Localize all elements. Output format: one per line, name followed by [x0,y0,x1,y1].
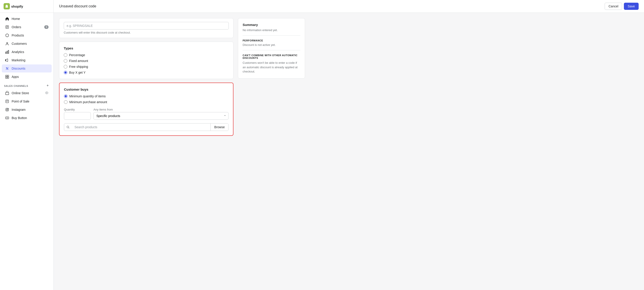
min-quantity-option[interactable]: Minimum quantity of items [64,94,228,98]
svg-rect-11 [6,92,9,95]
content-area: Customers will enter this discount code … [54,13,644,290]
pos-icon [5,99,10,104]
sidebar-label-apps: Apps [12,75,19,79]
sidebar-label-analytics: Analytics [12,50,24,54]
search-icon [64,124,72,130]
quantity-label: Quantity [64,108,91,111]
cancel-button[interactable]: Cancel [605,3,622,10]
customer-buys-title: Customer buys [64,88,228,91]
min-quantity-label: Minimum quantity of items [69,94,106,98]
any-items-select-wrapper: Specific products Specific collections [94,112,228,120]
svg-rect-7 [6,75,7,77]
top-bar-actions: Cancel Save [605,3,639,10]
logo-text: shopify [11,5,23,8]
sidebar-item-online-store[interactable]: Online Store [2,89,52,97]
type-fixed-amount-radio[interactable] [64,59,67,63]
type-percentage-radio[interactable] [64,53,67,57]
main-column: Customers will enter this discount code … [59,18,234,285]
shopify-logo[interactable]: shopify [4,3,23,10]
sidebar-item-home[interactable]: Home [2,15,52,23]
sidebar-item-buy-button[interactable]: Buy Button [2,114,52,122]
analytics-icon [5,50,10,54]
products-icon [5,33,10,38]
search-products-row: Browse [64,123,228,131]
sidebar-item-products[interactable]: Products [2,31,52,39]
browse-button[interactable]: Browse [210,124,228,131]
types-title: Types [64,46,229,50]
svg-point-5 [6,68,7,69]
sidebar-label-discounts: Discounts [12,67,25,70]
apps-icon [5,75,10,79]
instagram-icon [5,107,10,112]
sidebar-item-analytics[interactable]: Analytics [2,48,52,56]
sidebar-item-customers[interactable]: Customers [2,40,52,48]
svg-point-1 [6,43,8,44]
type-free-shipping-label: Free shipping [69,65,88,69]
performance-section: PERFORMANCE Discount is not active yet. [242,35,300,47]
sidebar-item-orders[interactable]: Orders 9 [2,23,52,31]
online-store-eye-icon [45,91,48,95]
performance-text: Discount is not active yet. [242,43,300,47]
svg-point-12 [46,92,47,93]
sidebar-navigation: Home Orders 9 Products [0,13,54,290]
sidebar-label-home: Home [12,17,20,21]
types-card: Types Percentage Fixed amount Free sh [59,42,234,79]
type-fixed-amount[interactable]: Fixed amount [64,59,229,63]
save-button[interactable]: Save [624,3,639,10]
search-products-input[interactable] [72,124,210,131]
shopify-logo-icon [4,3,10,10]
quantity-input[interactable] [64,112,91,120]
customer-buys-card: Customer buys Minimum quantity of items … [59,83,234,136]
type-free-shipping[interactable]: Free shipping [64,65,229,69]
sidebar-label-marketing: Marketing [12,58,25,62]
svg-point-18 [67,126,69,128]
marketing-icon [5,58,10,63]
summary-card: Summary No information entered yet. PERF… [238,18,305,79]
performance-label: PERFORMANCE [242,39,300,42]
sidebar-item-discounts[interactable]: Discounts [2,65,52,73]
any-items-label: Any items from [94,108,228,111]
orders-badge: 9 [44,25,48,29]
sidebar-label-pos: Point of Sale [12,100,29,103]
svg-point-15 [6,109,8,110]
min-quantity-radio[interactable] [64,94,68,98]
type-percentage[interactable]: Percentage [64,53,229,57]
discount-code-input[interactable] [64,22,229,30]
sidebar-label-buy-button: Buy Button [12,116,27,120]
add-sales-channel-button[interactable] [46,84,50,88]
type-buy-x-get-y[interactable]: Buy X get Y [64,71,229,74]
sidebar-label-instagram: Instagram [12,108,26,111]
type-buy-x-get-y-label: Buy X get Y [69,71,86,74]
svg-rect-9 [6,77,7,78]
sidebar-label-online-store: Online Store [12,91,29,95]
svg-rect-10 [8,77,9,78]
sidebar: shopify Home Orders 9 [0,0,54,290]
main-area: Unsaved discount code Cancel Save Custom… [54,0,644,290]
sidebar-item-point-of-sale[interactable]: Point of Sale [2,97,52,105]
svg-rect-13 [6,100,9,103]
sidebar-item-apps[interactable]: Apps [2,73,52,81]
store-icon [5,91,10,95]
sidebar-item-instagram[interactable]: Instagram [2,106,52,114]
combine-text: Customers won't be able to enter a code … [242,61,300,74]
discount-code-hint: Customers will enter this discount code … [64,31,229,34]
any-items-group: Any items from Specific products Specifi… [94,108,228,120]
type-buy-x-get-y-radio[interactable] [64,71,67,74]
side-column: Summary No information entered yet. PERF… [238,18,305,285]
svg-rect-3 [7,51,8,54]
type-fixed-amount-label: Fixed amount [69,59,88,63]
discounts-icon [5,66,10,71]
type-free-shipping-radio[interactable] [64,65,67,69]
summary-title: Summary [242,23,300,27]
sidebar-item-marketing[interactable]: Marketing [2,56,52,64]
svg-rect-8 [8,75,9,77]
any-items-select[interactable]: Specific products Specific collections [94,112,228,120]
min-purchase-radio[interactable] [64,100,68,104]
min-purchase-option[interactable]: Minimum purchase amount [64,100,228,104]
svg-point-16 [8,109,8,109]
quantity-row: Quantity Any items from Specific product… [64,108,228,120]
sidebar-label-customers: Customers [12,42,27,46]
combine-label: CAN'T COMBINE WITH OTHER AUTOMATIC DISCO… [242,54,300,59]
top-bar: Unsaved discount code Cancel Save [54,0,644,13]
combine-section: CAN'T COMBINE WITH OTHER AUTOMATIC DISCO… [242,50,300,74]
